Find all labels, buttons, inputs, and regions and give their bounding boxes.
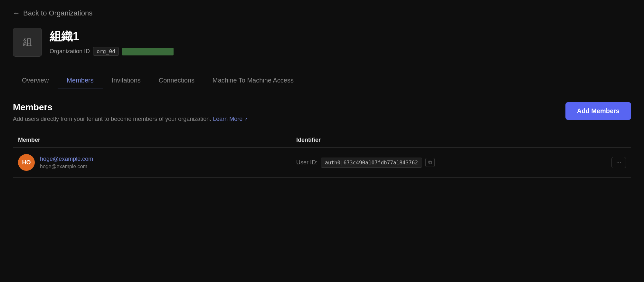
learn-more-link[interactable]: Learn More ↗	[213, 116, 248, 122]
add-members-button[interactable]: Add Members	[565, 102, 631, 120]
members-title: Members	[13, 102, 248, 112]
member-cell: HO hoge@example.com hoge@example.com	[18, 154, 286, 171]
user-id-badge: auth0|673c490a107fdb77a1843762	[321, 158, 422, 168]
tab-machine-access[interactable]: Machine To Machine Access	[204, 72, 303, 89]
col-header-actions	[569, 133, 631, 148]
tab-overview[interactable]: Overview	[13, 72, 58, 89]
learn-more-label: Learn More	[213, 116, 242, 122]
actions-cell-td: ···	[569, 148, 631, 178]
member-avatar: HO	[18, 154, 35, 171]
tabs-container: Overview Members Invitations Connections…	[13, 72, 631, 89]
copy-user-id-button[interactable]: ⧉	[425, 158, 435, 167]
org-info: 組織1 Organization ID org_0d	[50, 29, 174, 56]
org-id-badge: org_0d	[93, 47, 119, 56]
back-nav-label: Back to Organizations	[23, 9, 92, 17]
org-id-label: Organization ID	[50, 48, 90, 55]
tab-invitations[interactable]: Invitations	[103, 72, 150, 89]
org-id-redacted	[122, 48, 174, 55]
back-arrow-icon: ←	[13, 9, 20, 17]
col-header-identifier: Identifier	[291, 133, 569, 148]
user-id-label: User ID:	[296, 159, 317, 166]
member-email-link[interactable]: hoge@example.com	[40, 156, 93, 162]
member-info: hoge@example.com hoge@example.com	[40, 156, 93, 170]
members-description: Add users directly from your tenant to b…	[13, 116, 248, 122]
tab-connections[interactable]: Connections	[150, 72, 204, 89]
org-header: 組 組織1 Organization ID org_0d	[13, 28, 631, 57]
actions-cell: ···	[574, 157, 626, 168]
members-title-block: Members Add users directly from your ten…	[13, 102, 248, 122]
col-header-member: Member	[13, 133, 291, 148]
external-link-icon: ↗	[244, 117, 248, 122]
members-table: Member Identifier HO hoge@example.com ho…	[13, 133, 631, 178]
member-cell-td: HO hoge@example.com hoge@example.com	[13, 148, 291, 178]
identifier-cell-td: User ID: auth0|673c490a107fdb77a1843762 …	[291, 148, 569, 178]
org-avatar: 組	[13, 28, 42, 57]
members-section: Members Add users directly from your ten…	[13, 102, 631, 178]
page-container: ← Back to Organizations 組 組織1 Organizati…	[0, 0, 644, 190]
org-avatar-char: 組	[23, 36, 32, 48]
org-id-row: Organization ID org_0d	[50, 47, 174, 56]
table-row: HO hoge@example.com hoge@example.com Use…	[13, 148, 631, 178]
members-description-text: Add users directly from your tenant to b…	[13, 116, 211, 122]
table-header-row: Member Identifier	[13, 133, 631, 148]
org-name: 組織1	[50, 29, 174, 44]
member-email-secondary: hoge@example.com	[40, 164, 93, 170]
back-nav[interactable]: ← Back to Organizations	[13, 9, 631, 17]
more-actions-button[interactable]: ···	[611, 157, 626, 168]
identifier-cell: User ID: auth0|673c490a107fdb77a1843762 …	[296, 158, 564, 168]
tab-members[interactable]: Members	[58, 72, 102, 89]
members-header-row: Members Add users directly from your ten…	[13, 102, 631, 122]
